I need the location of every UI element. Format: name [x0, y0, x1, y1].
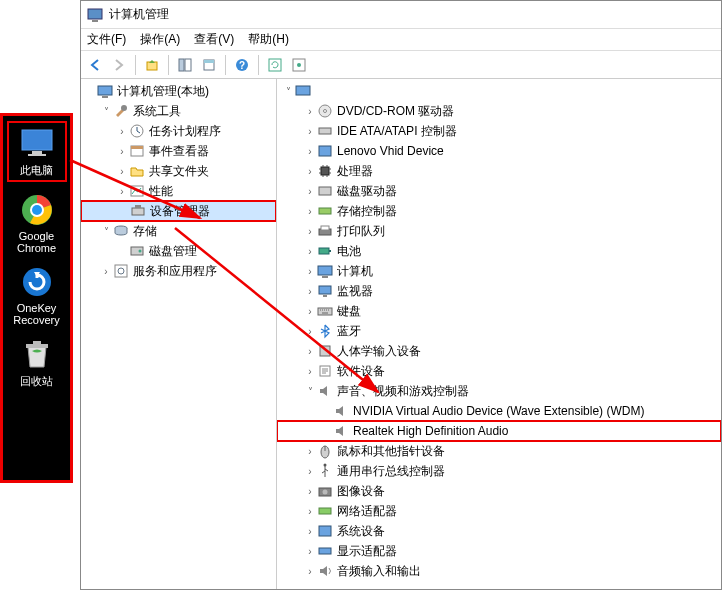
collapse-icon[interactable]: ˅ [303, 386, 317, 397]
tree-node-pc-root[interactable]: ˅ [277, 81, 721, 101]
tree-node-software-dev[interactable]: ›软件设备 [277, 361, 721, 381]
tree-node-disk-mgmt[interactable]: › 磁盘管理 [81, 241, 276, 261]
svg-rect-52 [320, 346, 330, 356]
expand-icon[interactable]: › [303, 566, 317, 577]
tree-node-monitor[interactable]: ›监视器 [277, 281, 721, 301]
refresh-button[interactable] [265, 55, 285, 75]
tree-node-root[interactable]: ▸ 计算机管理(本地) [81, 81, 276, 101]
tree-node-bluetooth[interactable]: ›蓝牙 [277, 321, 721, 341]
svg-point-5 [32, 205, 42, 215]
expand-icon[interactable]: › [115, 186, 129, 197]
tree-node-usb[interactable]: ›通用串行总线控制器 [277, 461, 721, 481]
tree-node-hid[interactable]: ›人体学输入设备 [277, 341, 721, 361]
expand-icon[interactable]: › [303, 306, 317, 317]
device-mgr-icon [130, 203, 146, 219]
tree-node-nvidia-audio[interactable]: ›NVIDIA Virtual Audio Device (Wave Exten… [277, 401, 721, 421]
tree-node-battery[interactable]: ›电池 [277, 241, 721, 261]
tree-node-print-queue[interactable]: ›打印队列 [277, 221, 721, 241]
desktop-icon-chrome[interactable]: Google Chrome [7, 192, 67, 254]
menu-help[interactable]: 帮助(H) [248, 31, 289, 48]
expand-icon[interactable]: › [303, 366, 317, 377]
expand-icon[interactable]: › [115, 146, 129, 157]
show-hide-tree-button[interactable] [175, 55, 195, 75]
tree-node-network[interactable]: ›网络适配器 [277, 501, 721, 521]
svg-rect-41 [319, 187, 331, 195]
expand-icon[interactable]: › [303, 126, 317, 137]
tree-node-audio-io[interactable]: ›音频输入和输出 [277, 561, 721, 581]
menu-action[interactable]: 操作(A) [140, 31, 180, 48]
expand-icon[interactable]: › [303, 246, 317, 257]
expand-icon[interactable]: › [303, 166, 317, 177]
menu-bar: 文件(F) 操作(A) 查看(V) 帮助(H) [81, 29, 721, 51]
tree-node-system-tools[interactable]: ˅ 系统工具 [81, 101, 276, 121]
desktop-icon-onekey[interactable]: OneKey Recovery [7, 264, 67, 326]
expand-icon[interactable]: › [303, 346, 317, 357]
expand-icon[interactable]: › [303, 446, 317, 457]
chrome-icon [19, 192, 55, 228]
expand-icon[interactable]: › [303, 226, 317, 237]
expand-icon[interactable]: › [303, 506, 317, 517]
desktop-icons-strip: 此电脑 Google Chrome OneKey Recovery 回收站 [0, 113, 73, 483]
tree-node-imaging[interactable]: ›图像设备 [277, 481, 721, 501]
svg-rect-42 [319, 208, 331, 214]
svg-rect-44 [321, 226, 329, 230]
svg-rect-35 [296, 86, 310, 95]
left-tree-pane[interactable]: ▸ 计算机管理(本地) ˅ 系统工具 › 任务计划程序 › 事件查看器 › [81, 79, 277, 589]
collapse-icon[interactable]: ˅ [281, 86, 295, 97]
expand-icon[interactable]: › [115, 126, 129, 137]
tree-node-cpu[interactable]: ›处理器 [277, 161, 721, 181]
tree-node-dvd[interactable]: ›DVD/CD-ROM 驱动器 [277, 101, 721, 121]
help-button[interactable]: ? [232, 55, 252, 75]
expand-icon[interactable]: › [303, 286, 317, 297]
menu-file[interactable]: 文件(F) [87, 31, 126, 48]
desktop-icon-label: 回收站 [20, 374, 53, 389]
tree-node-lenovo[interactable]: ›Lenovo Vhid Device [277, 141, 721, 161]
up-button[interactable] [142, 55, 162, 75]
expand-icon[interactable]: › [303, 526, 317, 537]
back-button[interactable] [85, 55, 105, 75]
expand-icon[interactable]: › [303, 266, 317, 277]
tree-node-keyboard[interactable]: ›键盘 [277, 301, 721, 321]
right-tree-pane[interactable]: ˅ ›DVD/CD-ROM 驱动器 ›IDE ATA/ATAPI 控制器 ›Le… [277, 79, 721, 589]
tree-node-disk-drives[interactable]: ›磁盘驱动器 [277, 181, 721, 201]
action-button[interactable] [289, 55, 309, 75]
expand-icon[interactable]: › [303, 546, 317, 557]
tree-node-display[interactable]: ›显示适配器 [277, 541, 721, 561]
tree-node-performance[interactable]: › 性能 [81, 181, 276, 201]
tree-node-realtek-audio[interactable]: ›Realtek High Definition Audio [277, 421, 721, 441]
expand-icon[interactable]: › [303, 186, 317, 197]
recovery-icon [19, 264, 55, 300]
tree-node-services[interactable]: › 服务和应用程序 [81, 261, 276, 281]
tree-node-event-viewer[interactable]: › 事件查看器 [81, 141, 276, 161]
display-adapter-icon [317, 543, 333, 559]
speaker-icon [333, 403, 349, 419]
tree-node-device-manager[interactable]: › 设备管理器 [81, 201, 276, 221]
collapse-icon[interactable]: ˅ [99, 226, 113, 237]
tree-node-task-scheduler[interactable]: › 任务计划程序 [81, 121, 276, 141]
forward-button[interactable] [109, 55, 129, 75]
svg-rect-10 [92, 20, 98, 22]
expand-icon[interactable]: › [115, 166, 129, 177]
properties-button[interactable] [199, 55, 219, 75]
expand-icon[interactable]: › [303, 326, 317, 337]
tree-node-mouse[interactable]: ›鼠标和其他指针设备 [277, 441, 721, 461]
expand-icon[interactable]: › [99, 266, 113, 277]
expand-icon[interactable]: › [303, 106, 317, 117]
expand-icon[interactable]: › [303, 486, 317, 497]
tree-node-system-dev[interactable]: ›系统设备 [277, 521, 721, 541]
svg-rect-45 [319, 248, 329, 254]
collapse-icon[interactable]: ˅ [99, 106, 113, 117]
tree-node-storage[interactable]: ˅ 存储 [81, 221, 276, 241]
title-bar: 计算机管理 [81, 1, 721, 29]
tree-node-computer[interactable]: ›计算机 [277, 261, 721, 281]
tree-node-sound-controllers[interactable]: ˅声音、视频和游戏控制器 [277, 381, 721, 401]
desktop-icon-recycle[interactable]: 回收站 [7, 336, 67, 389]
tree-node-shared-folders[interactable]: › 共享文件夹 [81, 161, 276, 181]
expand-icon[interactable]: › [303, 146, 317, 157]
expand-icon[interactable]: › [303, 466, 317, 477]
tree-node-storage-ctrl[interactable]: ›存储控制器 [277, 201, 721, 221]
expand-icon[interactable]: › [303, 206, 317, 217]
desktop-icon-this-pc[interactable]: 此电脑 [7, 121, 67, 182]
tree-node-ide[interactable]: ›IDE ATA/ATAPI 控制器 [277, 121, 721, 141]
menu-view[interactable]: 查看(V) [194, 31, 234, 48]
